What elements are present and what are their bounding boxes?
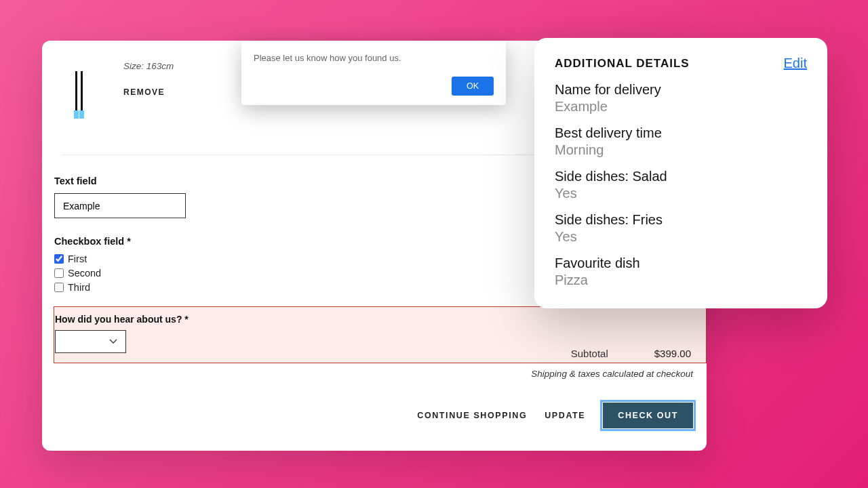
subtotal-value: $399.00	[654, 348, 691, 359]
alert-dialog: Please let us know how you found us. OK	[241, 41, 506, 105]
checkbox-second-label: Second	[68, 268, 101, 279]
alert-ok-button[interactable]: OK	[452, 77, 494, 96]
additional-details-panel: ADDITIONAL DETAILS Edit Name for deliver…	[534, 38, 827, 308]
detail-key: Side dishes: Salad	[555, 169, 807, 184]
chevron-down-icon	[109, 339, 117, 344]
update-button[interactable]: UPDATE	[545, 411, 585, 420]
detail-item: Side dishes: Fries Yes	[555, 212, 807, 245]
svg-rect-3	[79, 110, 84, 119]
detail-value: Morning	[555, 142, 807, 158]
error-field-label: How did you hear about us? *	[54, 314, 706, 325]
checkbox-second[interactable]	[54, 268, 64, 278]
checkbox-first-label: First	[68, 253, 87, 264]
detail-item: Favourite dish Pizza	[555, 256, 807, 288]
detail-value: Yes	[555, 229, 807, 245]
cart-button-row: CONTINUE SHOPPING UPDATE CHECK OUT	[417, 403, 693, 428]
continue-shopping-button[interactable]: CONTINUE SHOPPING	[417, 411, 527, 420]
detail-value: Pizza	[555, 272, 807, 288]
detail-key: Favourite dish	[555, 256, 807, 271]
skis-icon	[73, 71, 86, 119]
svg-rect-0	[75, 71, 77, 110]
detail-key: Best delivery time	[555, 125, 807, 141]
svg-rect-1	[81, 71, 83, 110]
checkout-button[interactable]: CHECK OUT	[603, 403, 693, 428]
detail-value: Yes	[555, 186, 807, 201]
checkbox-first[interactable]	[54, 254, 64, 264]
detail-item: Name for delivery Example	[555, 82, 807, 115]
alert-message: Please let us know how you found us.	[254, 53, 494, 63]
checkbox-third[interactable]	[54, 283, 64, 292]
subtotal-label: Subtotal	[571, 348, 608, 359]
text-field-input[interactable]	[54, 193, 186, 218]
shipping-note: Shipping & taxes calculated at checkout	[490, 369, 693, 379]
edit-link[interactable]: Edit	[784, 56, 807, 71]
how-heard-select[interactable]	[55, 330, 126, 353]
svg-rect-2	[74, 110, 79, 119]
detail-key: Name for delivery	[555, 82, 807, 98]
detail-key: Side dishes: Fries	[555, 212, 807, 228]
detail-item: Side dishes: Salad Yes	[555, 169, 807, 201]
details-title: ADDITIONAL DETAILS	[555, 57, 690, 70]
product-thumbnail	[62, 61, 96, 129]
summary-area: Subtotal $399.00 Shipping & taxes calcul…	[490, 348, 693, 391]
detail-item: Best delivery time Morning	[555, 125, 807, 158]
detail-value: Example	[555, 99, 807, 115]
checkbox-third-label: Third	[68, 282, 90, 293]
